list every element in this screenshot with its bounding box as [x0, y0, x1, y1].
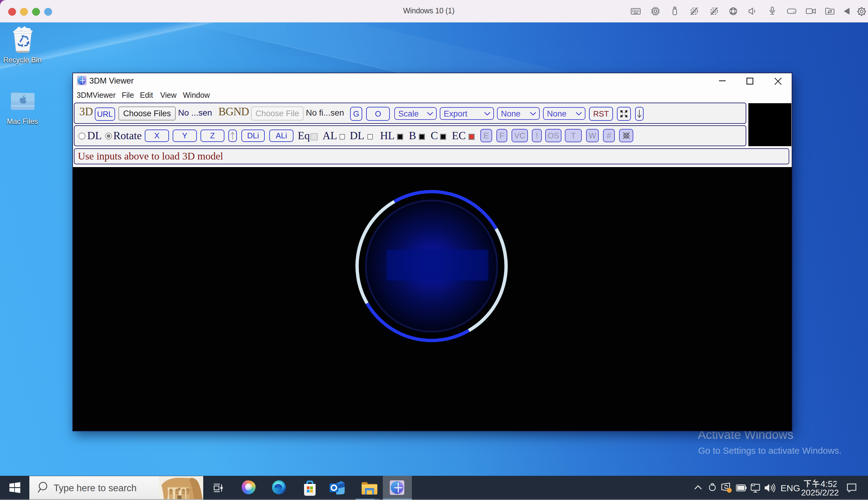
svg-text:4:52: 4:52 — [821, 479, 836, 489]
